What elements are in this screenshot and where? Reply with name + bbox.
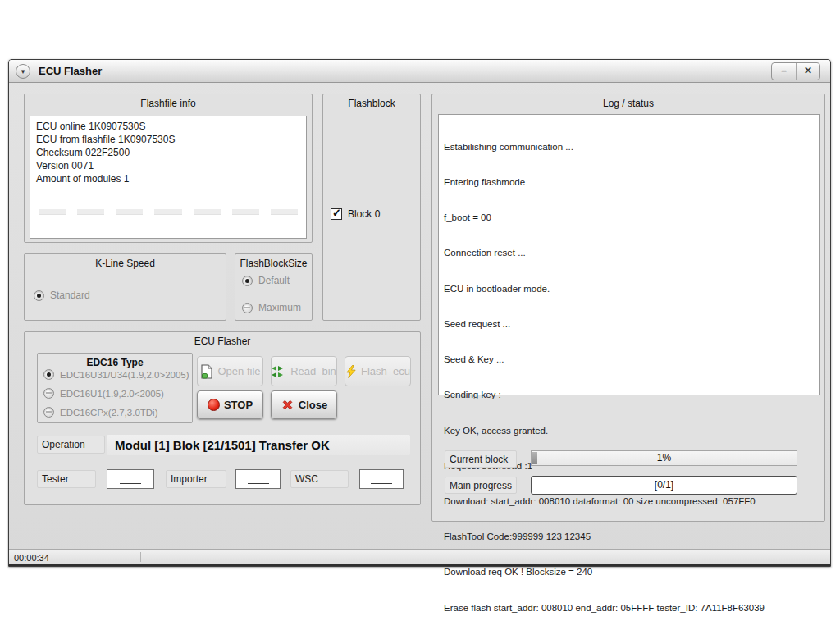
open-file-button[interactable]: Open file xyxy=(197,356,263,386)
radio-default[interactable] xyxy=(242,276,253,286)
edc16u31-label: EDC16U31/U34(1.9,2.0>2005) xyxy=(60,370,189,380)
block0-checkbox-row[interactable]: ✓ Block 0 xyxy=(331,208,380,220)
flashfile-info-title: Flashfile info xyxy=(25,98,312,109)
close-x-icon xyxy=(281,398,294,412)
flash-ecu-label: Flash_ecu xyxy=(361,365,410,377)
log-line: FlashTool Code:999999 123 12345 xyxy=(444,531,815,542)
main-progressbar: [0/1] xyxy=(531,476,797,495)
page: ▾ ECU Flasher – ✕ Flashfile info ECU onl… xyxy=(0,0,840,630)
flashfile-line: ECU online 1K0907530S xyxy=(36,120,300,133)
flash-ecu-button[interactable]: Flash_ecu xyxy=(345,356,411,386)
edc16-type-title: EDC16 Type xyxy=(38,357,192,368)
edc16cpx-label: EDC16CPx(2.7,3.0TDi) xyxy=(60,408,158,418)
importer-label: Importer xyxy=(166,470,226,488)
log-line: Entering flashmode xyxy=(444,176,815,188)
edc16-option-row[interactable]: EDC16CPx(2.7,3.0TDi) xyxy=(43,407,158,418)
close-label: Close xyxy=(299,399,327,411)
radio-edc16cpx[interactable] xyxy=(43,407,54,418)
ecu-flasher-group: ECU Flasher EDC16 Type EDC16U31/U34(1.9,… xyxy=(24,331,421,505)
flashfile-line: Amount of modules 1 xyxy=(36,172,300,185)
current-block-progress-text: 1% xyxy=(532,451,797,465)
minimize-button[interactable]: – xyxy=(772,63,796,80)
main-progress-label: Main progress xyxy=(445,477,517,494)
log-status-group: Log / status Estabilishing communication… xyxy=(431,94,825,522)
main-progress-text: [0/1] xyxy=(532,477,797,494)
radio-edc16u1[interactable] xyxy=(43,388,54,399)
stop-button[interactable]: STOP xyxy=(197,390,263,419)
stop-icon xyxy=(208,399,220,411)
log-box[interactable]: Estabilishing communication ... Entering… xyxy=(438,114,820,395)
window-title: ECU Flasher xyxy=(39,65,102,77)
flashfile-info-group: Flashfile info ECU online 1K0907530S ECU… xyxy=(24,94,313,243)
flash-ecu-icon xyxy=(345,365,357,378)
block0-label: Block 0 xyxy=(348,208,380,220)
default-label: Default xyxy=(258,275,290,286)
tester-label: Tester xyxy=(37,470,96,488)
blocksize-maximum-radio-row[interactable]: Maximum xyxy=(242,302,301,313)
wsc-label: WSC xyxy=(290,470,349,488)
system-menu-button[interactable]: ▾ xyxy=(16,64,30,79)
log-line: Seed request ... xyxy=(444,318,815,330)
block0-checkbox[interactable]: ✓ xyxy=(331,208,342,220)
edc16u1-label: EDC16U1(1.9,2.0<2005) xyxy=(60,389,164,399)
log-status-title: Log / status xyxy=(432,98,824,109)
edc16-type-group: EDC16 Type EDC16U31/U34(1.9,2.0>2005) ED… xyxy=(37,353,193,423)
kline-standard-radio-row[interactable]: Standard xyxy=(34,290,90,301)
kline-speed-title: K-Line Speed xyxy=(25,258,226,269)
maximum-label: Maximum xyxy=(258,302,301,313)
flashblocksize-group: FlashBlockSize Default Maximum xyxy=(235,253,313,321)
window-titlebar[interactable]: ▾ ECU Flasher – ✕ xyxy=(9,60,830,83)
wsc-field[interactable] xyxy=(359,469,404,489)
edc16-option-row[interactable]: EDC16U31/U34(1.9,2.0>2005) xyxy=(43,369,189,380)
checkmark-icon: ✓ xyxy=(332,207,341,219)
radio-edc16u31[interactable] xyxy=(43,369,54,380)
standard-label: Standard xyxy=(50,290,90,301)
close-icon: ✕ xyxy=(804,65,812,76)
watermark-decoration xyxy=(39,209,298,215)
log-line: Erase flash start_addr: 008010 end_addr:… xyxy=(444,602,815,614)
flashfile-info-box: ECU online 1K0907530S ECU from flashfile… xyxy=(30,116,307,239)
flashfile-line: Version 0071 xyxy=(36,159,300,172)
log-line: Sending key : xyxy=(444,389,815,400)
blocksize-default-radio-row[interactable]: Default xyxy=(242,275,290,286)
log-line: ECU in bootloader mode. xyxy=(444,283,815,294)
flashblocksize-title: FlashBlockSize xyxy=(235,258,312,269)
statusbar-divider xyxy=(140,552,141,562)
ecu-flasher-group-title: ECU Flasher xyxy=(25,336,420,347)
kline-speed-group: K-Line Speed Standard xyxy=(24,253,226,321)
stop-label: STOP xyxy=(224,399,253,411)
tester-field[interactable] xyxy=(107,469,154,489)
operation-label: Operation xyxy=(37,436,105,454)
current-block-progressbar: 1% xyxy=(531,450,797,466)
operation-value: Modul [1] Blok [21/1501] Transfer OK xyxy=(107,435,410,455)
radio-standard[interactable] xyxy=(34,290,44,301)
elapsed-time: 00:00:34 xyxy=(14,553,49,563)
log-line: Download req OK ! Blocksize = 240 xyxy=(444,566,815,578)
chevron-down-icon: ▾ xyxy=(21,67,25,75)
current-block-label: Current block xyxy=(445,450,517,468)
read-bin-label: Read_bin xyxy=(290,365,336,377)
importer-field[interactable] xyxy=(235,469,281,489)
read-bin-icon xyxy=(272,366,286,377)
open-file-icon xyxy=(199,364,213,379)
flashfile-line: ECU from flashfile 1K0907530S xyxy=(36,133,300,146)
read-bin-button[interactable]: Read_bin xyxy=(271,356,337,386)
minimize-icon: – xyxy=(781,65,787,76)
log-line: Seed & Key ... xyxy=(444,354,815,365)
log-line: Estabilishing communication ... xyxy=(444,141,815,153)
log-line: Connection reset ... xyxy=(444,247,815,258)
radio-maximum[interactable] xyxy=(242,303,253,313)
ecu-flasher-window: ▾ ECU Flasher – ✕ Flashfile info ECU onl… xyxy=(8,59,831,567)
flashfile-line: Checksum 022F2500 xyxy=(36,146,300,159)
edc16-option-row[interactable]: EDC16U1(1.9,2.0<2005) xyxy=(43,388,164,399)
close-window-button[interactable]: ✕ xyxy=(796,63,819,80)
close-button[interactable]: Close xyxy=(271,390,337,419)
log-line: Key OK, access granted. xyxy=(444,425,815,436)
flashblock-group: Flashblock ✓ Block 0 xyxy=(322,94,421,321)
log-line: Download: start_addr: 008010 dataformat:… xyxy=(444,495,815,507)
status-bar: 00:00:34 xyxy=(9,549,830,566)
log-line: f_boot = 00 xyxy=(444,212,815,223)
flashblock-title: Flashblock xyxy=(323,98,420,109)
open-file-label: Open file xyxy=(217,365,260,377)
window-controls: – ✕ xyxy=(771,62,820,80)
